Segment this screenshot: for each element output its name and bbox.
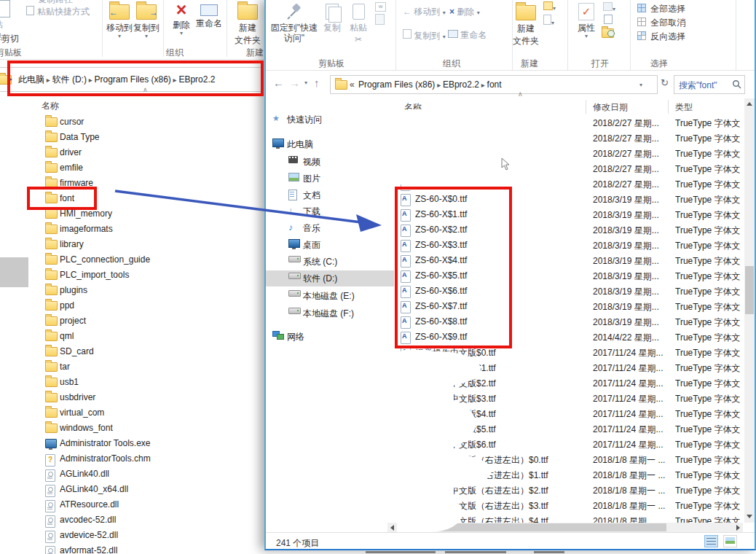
thumbnails-view-button[interactable] — [723, 535, 737, 547]
folder-row[interactable]: Data Type — [0, 130, 262, 145]
new-folder-button[interactable]: 新建 文件夹 — [230, 0, 265, 47]
folder-row[interactable]: library — [0, 237, 262, 252]
sidebar-item-e[interactable]: 本地磁盘 (E:) — [266, 288, 394, 304]
folder-row[interactable]: windows_font — [0, 421, 262, 436]
address-box[interactable]: « Program Files (x86) ▸ EBpro2.2 ▸ font … — [330, 75, 658, 94]
paste-button[interactable]: 粘贴 ✂ — [346, 0, 371, 44]
file-row[interactable]: AdministratorTools.chm — [0, 451, 262, 467]
vertical-scrollbar[interactable] — [744, 98, 755, 523]
address-dropdown[interactable]: ▾ — [639, 83, 642, 87]
properties-button[interactable]: ✓ 属性 ▾ — [572, 0, 601, 39]
sidebar-item-f[interactable]: 本地磁盘 (F:) — [266, 305, 394, 321]
sidebar-item-[interactable]: 图片 — [266, 171, 394, 187]
easy-access-button[interactable]: ▾ — [543, 15, 554, 27]
column-header-date[interactable]: 修改日期 — [593, 101, 628, 114]
sidebar-item-[interactable]: 视频 — [266, 154, 394, 170]
search-input[interactable]: 搜索"font" — [679, 79, 717, 92]
up-button[interactable]: ↑ — [314, 77, 320, 89]
recent-locations-button[interactable]: ▾ — [304, 81, 307, 85]
copy-button[interactable]: 复制 — [320, 0, 344, 34]
file-row[interactable]: ATResource.dll — [0, 497, 262, 512]
move-arrow-icon: ← — [109, 7, 118, 17]
forward-button[interactable]: → — [289, 77, 300, 89]
censor-blob — [397, 397, 476, 450]
sidebar-item-[interactable]: 此电脑 — [266, 136, 394, 152]
column-header-type[interactable]: 类型 — [675, 101, 693, 114]
delete-button[interactable]: × 删除 ▾ — [169, 0, 194, 36]
folder-row[interactable]: qml — [0, 329, 262, 344]
folder-row[interactable]: project — [0, 313, 262, 329]
file-row[interactable]: AGLink40.dll — [0, 467, 262, 482]
refresh-button[interactable]: ↻ — [661, 77, 669, 88]
folder-row[interactable]: virtual_com — [0, 405, 262, 421]
rename-button[interactable]: 重命名 — [448, 29, 487, 42]
folder-row[interactable]: tar — [0, 359, 262, 375]
new-item-button[interactable]: ▾ — [543, 1, 556, 12]
search-icon[interactable] — [732, 79, 741, 89]
select-all-button[interactable]: 全部选择 — [637, 3, 685, 15]
edit-button[interactable] — [604, 15, 613, 26]
folder-row[interactable]: SD_card — [0, 344, 262, 359]
pin-quick-access-button[interactable]: 固定到"快速访问" — [270, 0, 318, 43]
folder-row[interactable]: usbdriver — [0, 390, 262, 405]
scroll-left-arrow[interactable] — [390, 525, 394, 531]
paste-shortcut-small-button[interactable] — [375, 14, 385, 25]
header-divider[interactable] — [586, 100, 586, 114]
sidebar-item-[interactable]: ↓下载 — [266, 203, 394, 219]
history-button[interactable] — [602, 28, 614, 40]
sort-caret[interactable]: ∧ — [518, 90, 523, 98]
open-button[interactable]: ▾ — [603, 2, 615, 13]
select-none-button[interactable]: 全部取消 — [637, 17, 685, 29]
move-to-button[interactable]: ← 移动到 ▾ — [403, 6, 446, 18]
folder-row[interactable]: ppd — [0, 298, 262, 313]
folder-row[interactable]: plugins — [0, 283, 262, 298]
file-row[interactable]: avdevice-52.dll — [0, 528, 262, 543]
sidebar-item-[interactable]: 文档 — [266, 187, 394, 203]
sidebar-item-[interactable]: ♪音乐 — [266, 220, 394, 236]
file-date: 2018/3/19 星期... — [593, 286, 659, 298]
folder-row[interactable]: PLC_connection_guide — [0, 252, 262, 268]
copy-path-small-button[interactable]: W — [375, 2, 386, 12]
move-to-button[interactable]: ← 移动到 ▾ — [106, 0, 133, 39]
back-button[interactable]: ← — [273, 77, 284, 89]
details-view-button[interactable] — [704, 535, 718, 547]
folder-row[interactable]: PLC_import_tools — [0, 268, 262, 283]
folder-row[interactable]: driver — [0, 145, 262, 160]
scroll-up-arrow[interactable] — [747, 102, 752, 106]
scroll-down-arrow[interactable] — [747, 515, 752, 518]
file-row[interactable]: Administrator Tools.exe — [0, 436, 262, 451]
pc-icon — [272, 138, 284, 147]
sidebar-item-d[interactable]: 软件 (D:) — [266, 270, 394, 286]
sidebar-item-label: 本地磁盘 (E:) — [303, 290, 355, 303]
invert-selection-button[interactable]: 反向选择 — [637, 31, 685, 43]
breadcrumb-item[interactable]: font — [487, 79, 502, 90]
folder-row[interactable]: emfile — [0, 160, 262, 176]
cut-button[interactable]: 剪切 — [1, 33, 19, 45]
copy-path-button[interactable]: 复制路径 — [38, 0, 73, 6]
rename-button[interactable]: 重命名 — [194, 0, 224, 30]
sidebar-item-[interactable]: ★快速访问 — [266, 112, 394, 128]
breadcrumb-item[interactable]: EBpro2.2 — [443, 79, 479, 90]
search-box[interactable]: 搜索"font" — [674, 75, 745, 94]
new-folder-button[interactable]: 新建 文件夹 — [508, 0, 544, 47]
item-label: avdevice-52.dll — [60, 530, 118, 540]
scroll-thumb[interactable] — [745, 266, 754, 314]
file-row[interactable]: avcodec-52.dll — [0, 512, 262, 528]
sidebar-item-c[interactable]: 系统 (C:) — [266, 254, 394, 270]
folder-row[interactable]: usb1 — [0, 375, 262, 390]
sidebar-item-[interactable]: 桌面 — [266, 237, 394, 253]
cut-icon[interactable]: ✂ — [346, 34, 371, 44]
left-column-header-name[interactable]: 名称 — [42, 100, 59, 112]
copy-to-button[interactable]: → 复制到 ▾ — [133, 0, 160, 39]
folder-row[interactable]: cursor — [0, 114, 262, 130]
file-row[interactable]: avformat-52.dll — [0, 543, 262, 554]
breadcrumb-item[interactable]: Program Files (x86) — [358, 79, 435, 90]
folder-row[interactable]: imageformats — [0, 222, 262, 237]
sidebar-item-[interactable]: 网络 — [266, 329, 394, 345]
scroll-right-arrow[interactable] — [736, 525, 740, 531]
delete-button[interactable]: × 删除 ▾ — [449, 6, 480, 18]
dll-icon — [45, 531, 55, 543]
header-divider[interactable] — [668, 100, 669, 114]
file-row[interactable]: AGLink40_x64.dll — [0, 482, 262, 497]
copy-to-button[interactable]: 复制到 ▾ — [403, 29, 446, 42]
